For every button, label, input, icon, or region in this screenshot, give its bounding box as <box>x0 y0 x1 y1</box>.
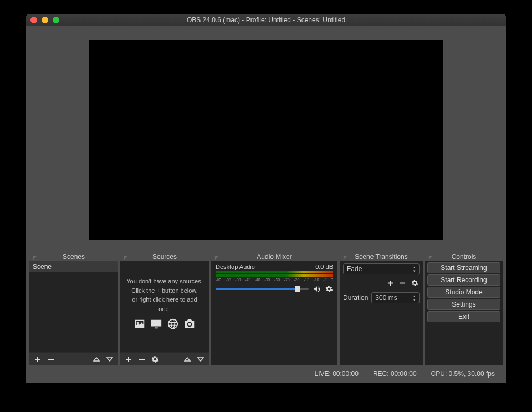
panel-grip-icon[interactable] <box>30 253 36 259</box>
audio-settings-button[interactable] <box>325 285 333 293</box>
audio-track-name: Desktop Audio <box>216 263 255 270</box>
image-source-icon <box>134 318 146 330</box>
panel-grip-icon[interactable] <box>426 253 432 259</box>
source-properties-button[interactable] <box>149 354 161 365</box>
sources-list[interactable]: You don't have any sources. Click the + … <box>120 261 209 352</box>
sources-panel: Sources You don't have any sources. Clic… <box>120 252 209 365</box>
start-streaming-button[interactable]: Start Streaming <box>427 262 500 273</box>
transition-select[interactable]: Fade ▴▾ <box>343 263 420 274</box>
exit-button[interactable]: Exit <box>427 311 500 322</box>
stepper-icon: ▴▾ <box>411 264 418 274</box>
transition-properties-button[interactable] <box>410 278 420 288</box>
sources-empty-line1: You don't have any sources. <box>126 277 203 286</box>
audio-mixer-panel: Audio Mixer Desktop Audio 0.0 dB -60 <box>211 252 337 365</box>
panel-grip-icon[interactable] <box>341 253 346 259</box>
panel-grip-icon[interactable] <box>212 253 218 259</box>
remove-scene-button[interactable] <box>45 354 57 365</box>
duration-label: Duration <box>343 294 368 302</box>
window-close-button[interactable] <box>30 17 37 23</box>
status-rec: REC: 00:00:00 <box>373 370 417 378</box>
sources-title: Sources <box>152 253 177 261</box>
sources-empty-line2: Click the + button below, <box>126 286 203 296</box>
studio-mode-button[interactable]: Studio Mode <box>427 287 500 298</box>
scenes-list[interactable]: Scene <box>29 261 118 352</box>
app-window: OBS 24.0.6 (mac) - Profile: Untitled - S… <box>26 14 506 383</box>
svg-rect-1 <box>139 359 145 360</box>
status-bar: LIVE: 00:00:00 REC: 00:00:00 CPU: 0.5%, … <box>29 368 503 380</box>
duration-value: 300 ms <box>375 294 397 302</box>
preview-area[interactable] <box>29 29 503 250</box>
transitions-panel: Scene Transitions Fade ▴▾ Duration <box>340 252 423 365</box>
sources-empty-line3: or right click here to add one. <box>126 295 203 313</box>
panel-grip-icon[interactable] <box>121 253 127 259</box>
remove-source-button[interactable] <box>136 354 148 365</box>
browser-source-icon <box>167 318 179 330</box>
transitions-title: Scene Transitions <box>355 253 407 261</box>
controls-panel: Controls Start Streaming Start Recording… <box>425 252 503 365</box>
audio-track: Desktop Audio 0.0 dB -60 -55 -50 -45 <box>211 261 337 293</box>
mixer-title: Audio Mixer <box>257 253 291 261</box>
duration-input[interactable]: 300 ms ▴▾ <box>371 292 420 303</box>
scene-item[interactable]: Scene <box>29 261 118 272</box>
move-source-up-button[interactable] <box>181 354 193 365</box>
svg-rect-2 <box>400 282 405 283</box>
move-source-down-button[interactable] <box>195 354 207 365</box>
svg-rect-0 <box>48 359 54 360</box>
stepper-icon: ▴▾ <box>411 293 418 303</box>
add-transition-button[interactable] <box>385 278 395 288</box>
controls-title: Controls <box>452 253 477 261</box>
settings-button[interactable]: Settings <box>427 299 500 310</box>
remove-transition-button[interactable] <box>397 278 407 288</box>
window-zoom-button[interactable] <box>53 17 59 23</box>
audio-track-level: 0.0 dB <box>315 263 333 270</box>
status-live: LIVE: 00:00:00 <box>314 370 358 378</box>
window-minimize-button[interactable] <box>42 17 48 23</box>
camera-source-icon <box>183 318 196 330</box>
window-title: OBS 24.0.6 (mac) - Profile: Untitled - S… <box>26 16 506 24</box>
add-scene-button[interactable] <box>32 354 44 365</box>
volume-slider[interactable] <box>216 288 309 290</box>
mute-button[interactable] <box>312 285 322 293</box>
transition-selected: Fade <box>347 265 362 273</box>
titlebar[interactable]: OBS 24.0.6 (mac) - Profile: Untitled - S… <box>26 14 506 26</box>
audio-meter: -60 -55 -50 -45 -40 -35 -30 -25 -20 -15 <box>216 271 333 282</box>
move-scene-down-button[interactable] <box>104 354 116 365</box>
move-scene-up-button[interactable] <box>90 354 103 365</box>
start-recording-button[interactable]: Start Recording <box>427 274 500 286</box>
scenes-panel: Scenes Scene <box>29 252 118 365</box>
add-source-button[interactable] <box>122 354 135 365</box>
status-cpu: CPU: 0.5%, 30.00 fps <box>431 370 495 378</box>
display-source-icon <box>150 318 162 330</box>
scenes-title: Scenes <box>63 253 85 261</box>
preview-canvas[interactable] <box>89 40 443 240</box>
